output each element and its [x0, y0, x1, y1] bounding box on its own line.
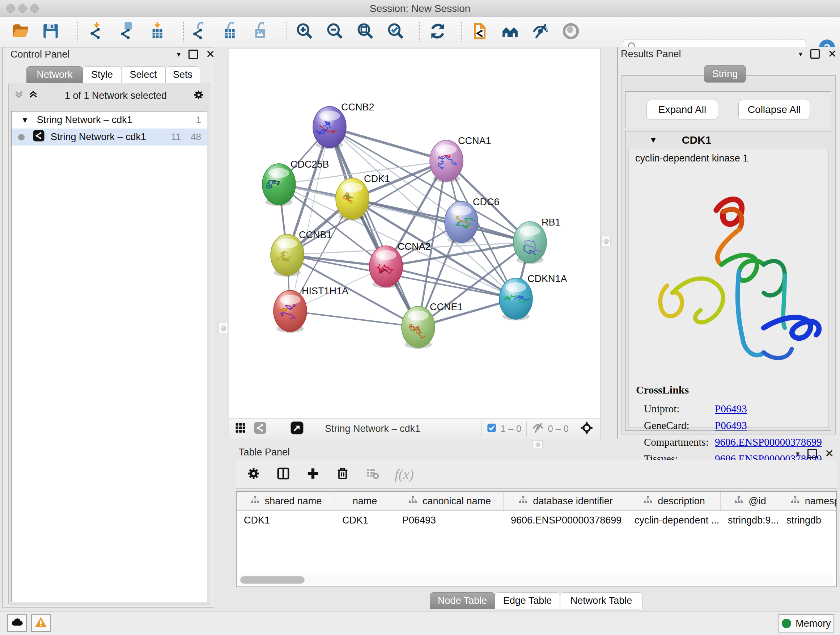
network-graph[interactable]: CCNB2 CCNA1 CDC25B CDK1 CDC6	[229, 49, 600, 418]
panel-collapse-icon[interactable]: ▾	[177, 50, 180, 59]
hidden-eye-slash-icon[interactable]	[532, 422, 544, 435]
network-edge[interactable]	[330, 127, 418, 327]
string-home-button[interactable]	[501, 22, 519, 41]
panel-close-icon[interactable]: ✕	[825, 450, 834, 457]
create-column-button[interactable]	[306, 466, 320, 482]
network-node-CCNE1[interactable]: CCNE1	[401, 302, 463, 348]
expand-all-networks-icon[interactable]	[28, 89, 39, 102]
table-horizontal-scrollbar[interactable]	[238, 575, 834, 585]
collection-expander-icon[interactable]: ▼	[21, 116, 29, 125]
network-node-RB1[interactable]: RB1	[513, 217, 561, 264]
node-table[interactable]: shared namenamecanonical namedatabase id…	[236, 491, 837, 587]
column-header-shared-name[interactable]: shared name	[237, 492, 335, 510]
export-image-button[interactable]	[252, 22, 271, 41]
network-row[interactable]: String Network – cdk1 11 48	[11, 128, 207, 146]
gene-section-header[interactable]: ▼ CDK1	[625, 131, 831, 149]
zoom-fit-icon	[356, 22, 374, 42]
network-collection-row[interactable]: ▼ String Network – cdk1 1	[11, 111, 207, 128]
show-columns-button[interactable]	[276, 466, 291, 482]
panel-collapse-icon[interactable]: ▾	[799, 50, 802, 58]
share-document-button[interactable]	[470, 22, 489, 41]
zoom-in-button[interactable]	[295, 22, 314, 41]
tab-node-table[interactable]: Node Table	[430, 592, 495, 609]
tab-sets[interactable]: Sets	[165, 66, 200, 83]
detach-view-icon[interactable]	[290, 421, 304, 436]
column-header-name[interactable]: name	[335, 492, 395, 510]
crosslink-link[interactable]: 9606.ENSP00000378699	[715, 436, 822, 448]
table-cell[interactable]: stringdb	[779, 515, 837, 526]
export-table-button[interactable]	[221, 22, 240, 41]
left-splitter-handle[interactable]	[218, 323, 228, 333]
column-header-@id[interactable]: @id	[721, 492, 779, 510]
collapse-all-networks-icon[interactable]	[13, 89, 24, 102]
function-builder-button[interactable]: f(x)	[395, 466, 414, 482]
column-header-canonical-name[interactable]: canonical name	[395, 492, 504, 510]
column-header-database-identifier[interactable]: database identifier	[504, 492, 627, 510]
network-edge[interactable]	[352, 199, 530, 242]
table-cell[interactable]: 9606.ENSP00000378699	[504, 515, 627, 526]
tab-style[interactable]: Style	[83, 66, 121, 83]
tab-select[interactable]: Select	[121, 66, 165, 83]
hide-graphics-button[interactable]	[531, 22, 550, 41]
refresh-button[interactable]	[428, 22, 447, 41]
right-splitter-handle[interactable]	[601, 236, 611, 246]
network-node-HIST1H1A[interactable]: HIST1H1A	[273, 286, 348, 333]
panel-float-icon[interactable]	[810, 49, 820, 59]
memory-button[interactable]: Memory	[778, 614, 834, 632]
panel-close-icon[interactable]: ✕	[828, 50, 837, 57]
network-options-gear-icon[interactable]	[193, 89, 204, 102]
network-view-icon[interactable]	[254, 421, 267, 436]
network-node-CDK1[interactable]: CDK1	[336, 173, 390, 220]
collapse-all-button[interactable]: Collapse All	[738, 100, 810, 119]
collection-count: 1	[196, 114, 201, 126]
show-details-button[interactable]	[561, 22, 580, 41]
network-view-canvas[interactable]: CCNB2 CCNA1 CDC25B CDK1 CDC6	[229, 48, 600, 418]
selected-checkbox-icon[interactable]	[486, 423, 497, 434]
tab-network-table[interactable]: Network Table	[560, 592, 643, 609]
cloud-status-button[interactable]	[7, 614, 27, 632]
save-session-button[interactable]	[41, 22, 60, 41]
network-edge[interactable]	[290, 311, 418, 327]
zoom-fit-button[interactable]	[356, 22, 375, 41]
crosslink-link[interactable]: P06493	[715, 420, 747, 432]
open-session-button[interactable]	[11, 22, 30, 41]
tab-edge-table[interactable]: Edge Table	[495, 592, 560, 609]
network-node-CCNB2[interactable]: CCNB2	[313, 102, 374, 149]
import-network-button[interactable]	[88, 22, 107, 41]
status-bar: Memory	[0, 611, 840, 635]
tab-string[interactable]: String	[704, 65, 746, 82]
table-row[interactable]: CDK1CDK1P064939606.ENSP00000378699cyclin…	[237, 511, 836, 529]
delete-columns-button[interactable]	[335, 466, 350, 482]
section-expander-icon[interactable]: ▼	[649, 135, 657, 145]
import-table-button[interactable]	[149, 22, 168, 41]
table-cell[interactable]: stringdb:9...	[721, 515, 779, 526]
bottom-splitter-handle[interactable]	[532, 440, 543, 448]
zoom-selected-button[interactable]	[386, 22, 405, 41]
panel-close-icon[interactable]: ✕	[206, 51, 215, 58]
crosslink-link[interactable]: P06493	[715, 403, 747, 415]
export-table-icon	[222, 22, 240, 42]
panel-float-icon[interactable]	[188, 50, 198, 59]
export-network-button[interactable]	[191, 22, 210, 41]
network-node-CDC25B[interactable]: CDC25B	[262, 159, 329, 206]
expand-all-button[interactable]: Expand All	[646, 100, 718, 119]
delete-table-button[interactable]	[365, 466, 379, 482]
folder-open-icon	[11, 22, 29, 42]
panel-float-icon[interactable]	[807, 449, 817, 458]
network-node-CDKN1A[interactable]: CDKN1A	[499, 273, 567, 320]
table-cell[interactable]: CDK1	[335, 515, 395, 526]
grid-view-icon[interactable]	[234, 421, 247, 436]
table-cell[interactable]: P06493	[395, 515, 504, 526]
import-database-button[interactable]	[118, 22, 137, 41]
scrollbar-thumb[interactable]	[240, 576, 305, 584]
table-cell[interactable]: CDK1	[237, 515, 335, 526]
panel-collapse-icon[interactable]: ▾	[796, 449, 799, 458]
column-header-namespace[interactable]: namespace	[779, 492, 837, 510]
column-header-description[interactable]: description	[627, 492, 721, 510]
tab-network[interactable]: Network	[27, 66, 83, 83]
warnings-button[interactable]	[31, 614, 51, 632]
birds-eye-view-icon[interactable]	[579, 420, 594, 437]
table-options-button[interactable]	[246, 466, 261, 482]
zoom-out-button[interactable]	[325, 22, 344, 41]
table-cell[interactable]: cyclin-dependent ...	[627, 515, 721, 526]
